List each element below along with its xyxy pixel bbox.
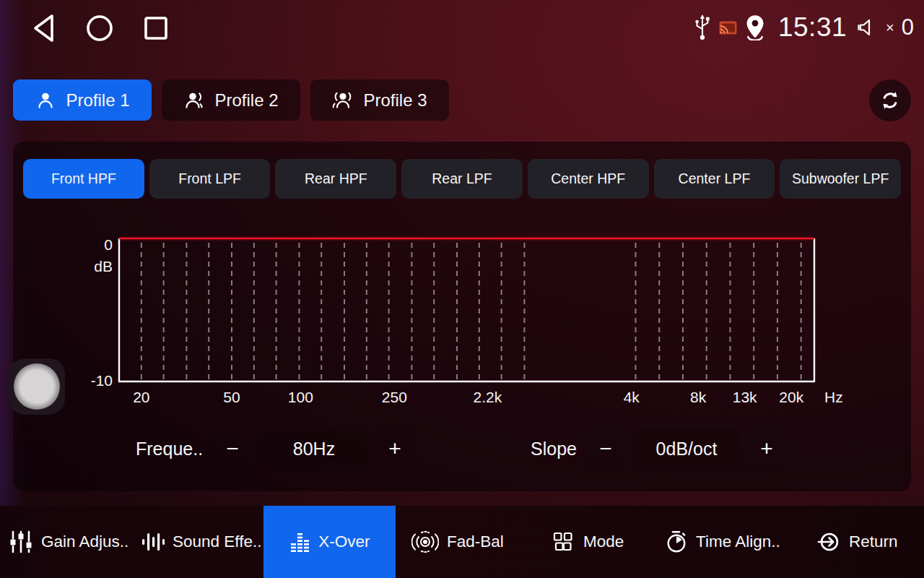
frequency-plus-button[interactable]: + — [373, 428, 417, 470]
svg-text:50: 50 — [223, 389, 240, 405]
svg-text:-10: -10 — [91, 372, 113, 389]
nav-x-over[interactable]: X-Over — [263, 506, 396, 578]
profile-2-tab[interactable]: Profile 2 — [162, 79, 300, 121]
svg-text:8k: 8k — [690, 389, 707, 405]
slope-minus-button[interactable]: − — [585, 428, 627, 470]
slope-plus-button[interactable]: + — [745, 428, 788, 470]
profile-2-label: Profile 2 — [214, 90, 278, 111]
svg-text:20: 20 — [133, 389, 149, 405]
frequency-minus-button[interactable]: − — [211, 428, 254, 470]
volume-mult-label: × — [886, 20, 894, 36]
filter-tab-row: Front HPF Front LPF Rear HPF Rear LPF Ce… — [23, 159, 901, 199]
svg-text:dB: dB — [94, 258, 113, 275]
return-arrow-icon — [816, 530, 841, 553]
nav-gain-adjust-label: Gain Adjus.. — [41, 532, 128, 551]
profile-3-tab[interactable]: Profile 3 — [310, 79, 449, 121]
screen-cast-icon — [718, 20, 738, 35]
profile-2-person-icon — [183, 90, 205, 111]
profile-3-label: Profile 3 — [363, 90, 427, 111]
refresh-button[interactable] — [869, 79, 911, 121]
crossover-eq-icon — [289, 531, 310, 553]
tab-rear-lpf[interactable]: Rear LPF — [401, 159, 523, 199]
status-bar-right: 15:31 × 0 — [693, 7, 914, 48]
svg-text:20k: 20k — [779, 389, 803, 405]
profile-1-person-icon — [35, 90, 56, 111]
svg-text:0: 0 — [104, 236, 113, 253]
nav-return[interactable]: Return — [816, 506, 898, 578]
volume-value: 0 — [902, 14, 914, 40]
recents-button[interactable] — [140, 12, 172, 45]
refresh-icon — [879, 90, 901, 111]
profile-tabs: Profile 1 Profile 2 Profile 3 — [13, 79, 449, 121]
nav-x-over-label: X-Over — [318, 532, 370, 551]
tab-front-hpf[interactable]: Front HPF — [23, 159, 144, 199]
nav-gain-adjust[interactable]: Gain Adjus.. — [9, 506, 128, 578]
nav-time-align[interactable]: Time Align.. — [665, 506, 780, 578]
home-button[interactable] — [84, 12, 116, 45]
volume-muted-icon[interactable] — [858, 17, 878, 38]
android-nav-bar — [27, 12, 172, 45]
tab-rear-hpf[interactable]: Rear HPF — [275, 159, 396, 199]
tab-front-lpf[interactable]: Front LPF — [149, 159, 271, 199]
mode-grid-icon — [551, 530, 575, 553]
nav-mode-label: Mode — [583, 532, 624, 551]
profile-1-label: Profile 1 — [66, 90, 129, 111]
fader-balance-icon — [411, 530, 439, 553]
back-icon — [30, 13, 56, 43]
clock: 15:31 — [778, 12, 847, 43]
nav-sound-effect-label: Sound Effe.. — [173, 532, 261, 551]
sound-effect-icon — [140, 530, 165, 554]
frequency-value: 80Hz — [260, 428, 368, 470]
nav-time-align-label: Time Align.. — [696, 532, 780, 551]
svg-text:Hz: Hz — [824, 389, 843, 405]
usb-icon — [693, 14, 712, 41]
slope-label: Slope — [531, 428, 577, 470]
xover-panel: Front HPF Front LPF Rear HPF Rear LPF Ce… — [13, 142, 911, 491]
frequency-response-chart: 0dB-1020501002502.2k4k8k13k20kHz — [87, 231, 852, 408]
slope-value: 0dB/oct — [633, 428, 740, 470]
floating-knob[interactable] — [9, 358, 65, 415]
profile-1-tab[interactable]: Profile 1 — [13, 79, 152, 121]
nav-fad-bal[interactable]: Fad-Bal — [411, 506, 504, 578]
bottom-nav-bar: Gain Adjus.. Sound Effe.. X-Over — [0, 506, 924, 578]
tab-center-lpf[interactable]: Center LPF — [654, 159, 775, 199]
tab-center-hpf[interactable]: Center HPF — [528, 159, 649, 199]
svg-text:250: 250 — [382, 389, 407, 405]
nav-return-label: Return — [849, 532, 898, 551]
time-alignment-icon — [665, 530, 688, 553]
profile-3-person-icon — [332, 90, 354, 111]
home-icon — [86, 14, 113, 42]
back-button[interactable] — [27, 12, 59, 45]
svg-text:13k: 13k — [733, 389, 757, 405]
location-icon — [744, 14, 766, 40]
recents-icon — [144, 16, 168, 40]
knob-ball-icon — [14, 363, 60, 410]
nav-mode[interactable]: Mode — [551, 506, 624, 578]
nav-fad-bal-label: Fad-Bal — [447, 532, 504, 551]
gain-adjust-icon — [9, 530, 33, 554]
svg-text:100: 100 — [288, 389, 313, 405]
svg-text:2.2k: 2.2k — [474, 389, 502, 405]
svg-text:4k: 4k — [624, 389, 640, 405]
nav-sound-effect[interactable]: Sound Effe.. — [140, 506, 261, 578]
frequency-label: Freque.. — [136, 428, 203, 470]
tab-subwoofer-lpf[interactable]: Subwoofer LPF — [780, 159, 901, 199]
